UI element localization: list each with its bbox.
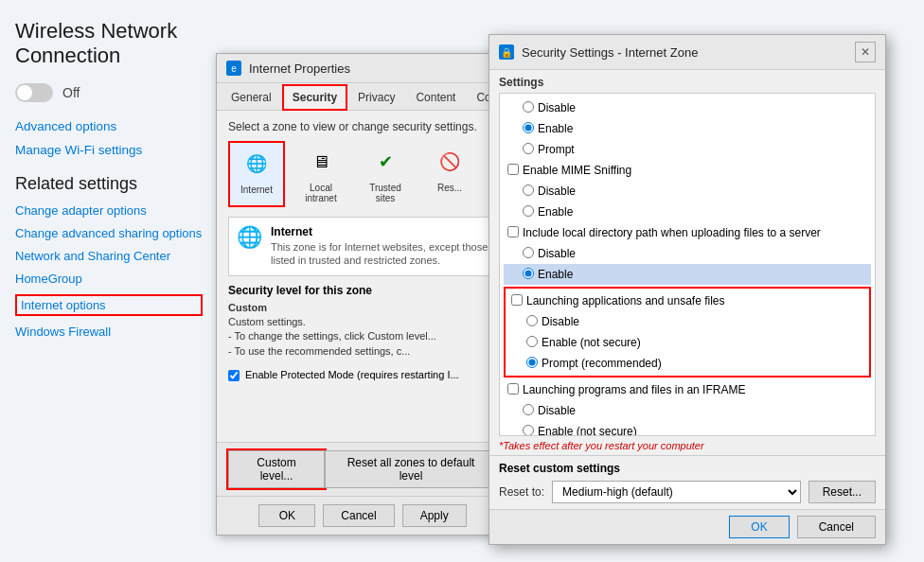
enable-label3: Enable (538, 266, 573, 283)
zone-info-desc: This zone is for Internet websites, exce… (271, 240, 489, 268)
zone-local-intranet[interactable]: 🖥 Local intranet (293, 141, 349, 207)
iframe-label: Launching programs and files in an IFRAM… (523, 381, 745, 398)
list-item: Prompt (504, 139, 871, 160)
security-settings-titlebar: 🔒 Security Settings - Internet Zone ✕ (489, 35, 885, 70)
disable-radio[interactable] (523, 101, 534, 113)
launch-disable-radio[interactable] (526, 315, 538, 326)
enable-radio[interactable] (523, 122, 534, 133)
dialog-buttons-row: Custom level... Reset all zones to defau… (217, 442, 508, 496)
internet-cancel-button[interactable]: Cancel (323, 504, 394, 527)
change-sharing-link[interactable]: Change advanced sharing options (15, 226, 203, 240)
wifi-toggle[interactable] (15, 83, 53, 102)
sec-titlebar-left: 🔒 Security Settings - Internet Zone (499, 44, 698, 60)
disable-label3: Disable (538, 245, 576, 262)
security-ok-button[interactable]: OK (729, 516, 789, 538)
enable-protected-row: Enable Protected Mode (requires restarti… (228, 368, 497, 381)
left-panel: Wireless Network Connection Off Advanced… (0, 0, 218, 562)
zone-trusted[interactable]: ✔ Trusted sites (357, 141, 414, 207)
ie-icon: e (226, 61, 241, 76)
zone-info-globe-icon: 🌐 (237, 225, 263, 252)
list-item: Launching programs and files in an IFRAM… (504, 379, 871, 400)
disable-label: Disable (538, 99, 576, 116)
settings-list-area[interactable]: Disable Enable Prompt Enable MIME Sniffi… (499, 93, 876, 436)
local-dir-label: Include local directory path when upload… (523, 224, 821, 241)
enable-label: Enable (538, 120, 573, 137)
security-desc2: - To change the settings, click Custom l… (228, 330, 436, 342)
local-dir-checkbox[interactable] (507, 226, 519, 237)
enable-radio3[interactable] (523, 268, 534, 279)
settings-label: Settings (489, 70, 885, 93)
security-tab-content: Select a zone to view or change security… (217, 111, 508, 442)
network-sharing-center-link[interactable]: Network and Sharing Center (15, 249, 203, 263)
security-settings-dialog: 🔒 Security Settings - Internet Zone ✕ Se… (489, 34, 886, 545)
disable-label2: Disable (538, 183, 576, 200)
manage-wifi-link[interactable]: Manage Wi-Fi settings (15, 143, 203, 157)
related-settings-title: Related settings (15, 174, 203, 194)
advanced-options-link[interactable]: Advanced options (15, 119, 203, 133)
mime-sniffing-checkbox[interactable] (507, 164, 519, 175)
disable-radio2[interactable] (523, 184, 534, 196)
restricted-sites-label: Res... (437, 183, 462, 193)
enable-protected-mode-checkbox[interactable] (228, 370, 240, 381)
internet-zone-icon: 🌐 (240, 147, 274, 181)
list-item: Disable (504, 400, 871, 421)
list-item: Enable (504, 202, 871, 222)
tab-privacy[interactable]: Privacy (347, 84, 405, 111)
list-item: Enable MIME Sniffing (504, 160, 871, 181)
launch-enable-not-secure-label: Enable (not secure) (542, 334, 641, 351)
local-intranet-label: Local intranet (296, 183, 346, 203)
disable-radio3[interactable] (523, 247, 534, 258)
takes-effect-note: *Takes effect after you restart your com… (489, 436, 885, 455)
sec-dialog-icon: 🔒 (499, 44, 514, 60)
prompt-label: Prompt (538, 141, 575, 158)
internet-ok-button[interactable]: OK (258, 504, 315, 527)
change-adapter-link[interactable]: Change adapter options (15, 203, 203, 218)
reset-section-title: Reset custom settings (499, 462, 876, 475)
enable-radio2[interactable] (523, 205, 534, 217)
iframe-disable-label: Disable (538, 402, 576, 419)
iframe-enable-not-secure-radio[interactable] (523, 425, 534, 436)
zone-info-title: Internet (271, 225, 312, 238)
iframe-disable-radio[interactable] (523, 404, 534, 415)
internet-apply-button[interactable]: Apply (402, 504, 467, 527)
enable-protected-label: Enable Protected Mode (requires restarti… (245, 369, 459, 380)
list-item-highlighted: Enable (504, 264, 871, 285)
tab-general[interactable]: General (221, 84, 282, 111)
zone-select-label: Select a zone to view or change security… (228, 120, 497, 133)
launch-prompt-recommended-radio[interactable] (526, 357, 538, 368)
launch-enable-not-secure-radio[interactable] (526, 336, 538, 347)
page-title: Wireless Network Connection (15, 19, 203, 68)
zone-restricted[interactable]: 🚫 Res... (421, 141, 478, 207)
local-intranet-icon: 🖥 (304, 145, 338, 179)
reset-to-dropdown[interactable]: Medium-high (default) High Medium Low (552, 481, 801, 503)
trusted-sites-icon: ✔ (368, 145, 402, 179)
reset-section: Reset custom settings Reset to: Medium-h… (489, 455, 885, 509)
launch-apps-checkbox[interactable] (511, 294, 523, 306)
reset-all-zones-button[interactable]: Reset all zones to default level (325, 450, 497, 488)
list-item: Launching applications and unsafe files (507, 290, 867, 311)
security-close-button[interactable]: ✕ (855, 42, 876, 62)
list-item: Enable (not secure) (504, 421, 871, 436)
reset-to-label: Reset to: (499, 485, 544, 499)
zone-icons-row: 🌐 Internet 🖥 Local intranet ✔ Trusted si… (228, 141, 497, 207)
zone-internet[interactable]: 🌐 Internet (228, 141, 285, 207)
security-level-name: Custom (228, 302, 267, 313)
enable-label2: Enable (538, 203, 573, 220)
windows-firewall-link[interactable]: Windows Firewall (15, 325, 203, 339)
tab-content[interactable]: Content (405, 84, 466, 111)
custom-level-button[interactable]: Custom level... (228, 450, 325, 488)
prompt-radio[interactable] (523, 143, 534, 154)
security-level-section: Security level for this zone Custom Cust… (228, 284, 497, 360)
launch-prompt-recommended-label: Prompt (recommended) (542, 355, 662, 372)
reset-button[interactable]: Reset... (808, 481, 876, 503)
iframe-checkbox[interactable] (507, 383, 519, 395)
launch-apps-label: Launching applications and unsafe files (526, 292, 724, 309)
list-item: Disable (504, 181, 871, 202)
homegroup-link[interactable]: HomeGroup (15, 272, 203, 286)
tab-security[interactable]: Security (282, 84, 347, 111)
internet-zone-label: Internet (240, 184, 273, 195)
security-cancel-button[interactable]: Cancel (797, 516, 876, 538)
toggle-row: Off (15, 83, 203, 102)
list-item: Disable (504, 243, 871, 264)
internet-options-link[interactable]: Internet options (15, 294, 203, 316)
